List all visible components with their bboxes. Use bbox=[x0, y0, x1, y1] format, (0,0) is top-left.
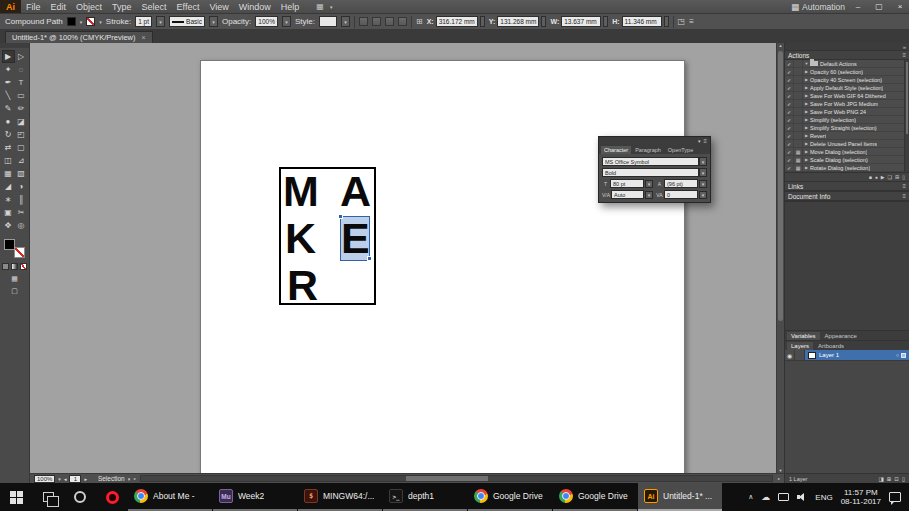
slice-tool[interactable]: ✂ bbox=[15, 206, 28, 219]
onedrive-icon[interactable] bbox=[761, 492, 770, 502]
menu-item[interactable]: Select bbox=[137, 0, 172, 13]
gradient-button[interactable] bbox=[11, 263, 18, 270]
paintbrush-tool[interactable]: ✎ bbox=[2, 102, 15, 115]
action-checkbox[interactable] bbox=[785, 140, 794, 147]
opacity-input[interactable]: 100% bbox=[255, 16, 278, 27]
action-row[interactable]: Save For Web GIF 64 Dithered bbox=[785, 92, 909, 100]
arrange-documents-icon[interactable] bbox=[316, 2, 324, 11]
font-family-select[interactable]: MS Office Symbol bbox=[602, 157, 699, 166]
action-row[interactable]: Opacity 60 (selection) bbox=[785, 68, 909, 76]
chevron-icon[interactable] bbox=[803, 60, 810, 67]
layer-lock-toggle[interactable] bbox=[795, 350, 805, 360]
line-segment-tool[interactable]: ╲ bbox=[2, 89, 15, 102]
font-size-dropdown-icon[interactable] bbox=[645, 180, 653, 188]
chevron-icon[interactable] bbox=[803, 92, 810, 99]
color-button[interactable] bbox=[2, 263, 9, 270]
menu-item[interactable]: Window bbox=[234, 0, 276, 13]
scroll-up-icon[interactable] bbox=[777, 43, 784, 48]
menu-item[interactable]: File bbox=[21, 0, 46, 13]
action-row[interactable]: Default Actions bbox=[785, 60, 909, 68]
panel-menu-icon[interactable] bbox=[902, 183, 906, 189]
cortana-button[interactable] bbox=[64, 483, 96, 511]
fill-stroke-swatches[interactable] bbox=[4, 239, 25, 258]
chevron-icon[interactable] bbox=[803, 148, 810, 155]
new-action-set-icon[interactable] bbox=[888, 174, 892, 180]
stepper-icon[interactable] bbox=[480, 16, 485, 27]
panel-tab[interactable]: OpenType bbox=[665, 146, 696, 154]
action-dialog-toggle[interactable] bbox=[794, 148, 803, 155]
caret-down-icon[interactable] bbox=[330, 4, 333, 10]
none-button[interactable] bbox=[20, 263, 27, 270]
width-tool[interactable]: ⇄ bbox=[2, 141, 15, 154]
taskbar-app-button[interactable]: >_ depth1 bbox=[383, 483, 467, 511]
taskbar-app-button[interactable]: Google Drive bbox=[468, 483, 552, 511]
panel-tab[interactable]: Variables bbox=[787, 332, 820, 340]
status-dropdown-icon[interactable] bbox=[128, 476, 131, 482]
taskbar-app-button[interactable]: Google Drive bbox=[553, 483, 637, 511]
clock[interactable]: 11:57 PM 08-11-2017 bbox=[841, 488, 881, 506]
action-dialog-toggle[interactable] bbox=[794, 68, 803, 75]
action-row[interactable]: Opacity 40 Screen (selection) bbox=[785, 76, 909, 84]
artboard-number-field[interactable]: 1 bbox=[69, 475, 81, 483]
panel-tab[interactable]: Character bbox=[601, 146, 631, 154]
make-clipping-mask-icon[interactable] bbox=[879, 476, 884, 482]
fill-swatch[interactable] bbox=[67, 17, 76, 26]
layer-target-icon[interactable] bbox=[896, 352, 899, 358]
layer-name[interactable]: Layer 1 bbox=[819, 352, 839, 358]
language-indicator[interactable]: ENG bbox=[815, 493, 832, 502]
network-icon[interactable] bbox=[778, 493, 789, 501]
hidden-icons-button[interactable] bbox=[748, 493, 753, 501]
menu-item[interactable]: Effect bbox=[172, 0, 205, 13]
transform-input[interactable]: 11.346 mm bbox=[622, 16, 662, 27]
brush-definition-dropdown[interactable]: Basic bbox=[169, 16, 205, 27]
eraser-tool[interactable]: ◪ bbox=[15, 115, 28, 128]
vertical-scrollbar[interactable] bbox=[776, 43, 784, 473]
new-layer-icon[interactable] bbox=[894, 476, 899, 482]
layer-visibility-icon[interactable] bbox=[785, 350, 795, 360]
action-row[interactable]: Save For Web JPG Medium bbox=[785, 100, 909, 108]
panel-tab[interactable]: Paragraph bbox=[632, 146, 664, 154]
task-view-button[interactable] bbox=[32, 483, 64, 511]
isolate-object-icon[interactable] bbox=[678, 17, 686, 26]
action-row[interactable]: Save For Web PNG 24 bbox=[785, 108, 909, 116]
action-checkbox[interactable] bbox=[785, 132, 794, 139]
action-row[interactable]: Simplify (selection) bbox=[785, 116, 909, 124]
menu-item[interactable]: Edit bbox=[46, 0, 72, 13]
brush-dropdown-button[interactable] bbox=[209, 16, 218, 27]
opacity-dropdown[interactable] bbox=[282, 16, 291, 27]
scroll-down-icon[interactable] bbox=[777, 468, 784, 473]
pencil-tool[interactable]: ✏ bbox=[15, 102, 28, 115]
new-sublayer-icon[interactable] bbox=[887, 476, 892, 482]
taskbar-app-button[interactable]: Ai Untitled-1* ... bbox=[638, 483, 722, 511]
hand-tool[interactable]: ✥ bbox=[2, 219, 15, 232]
drawing-mode-icon[interactable] bbox=[11, 275, 18, 283]
record-icon[interactable] bbox=[875, 174, 878, 180]
stepper-icon[interactable] bbox=[664, 16, 669, 27]
action-checkbox[interactable] bbox=[785, 116, 794, 123]
layer-row[interactable]: Layer 1 bbox=[785, 350, 909, 361]
taskbar-app-button[interactable]: About Me - bbox=[128, 483, 212, 511]
collapse-dock-icon[interactable] bbox=[903, 44, 906, 50]
chevron-icon[interactable] bbox=[803, 116, 810, 123]
volume-icon[interactable] bbox=[797, 492, 807, 502]
action-row[interactable]: Apply Default Style (selection) bbox=[785, 84, 909, 92]
shape-builder-tool[interactable]: ◫ bbox=[2, 154, 15, 167]
transform-input[interactable]: 131.268 mm bbox=[497, 16, 539, 27]
close-button[interactable]: × bbox=[892, 0, 908, 13]
font-family-dropdown-icon[interactable] bbox=[699, 157, 707, 166]
stroke-color-swatch[interactable] bbox=[14, 247, 25, 258]
menu-item[interactable]: Object bbox=[71, 0, 107, 13]
chevron-icon[interactable] bbox=[803, 76, 810, 83]
zoom-tool[interactable]: ◎ bbox=[15, 219, 28, 232]
artboard[interactable]: MAKER bbox=[200, 60, 685, 473]
chevron-icon[interactable] bbox=[803, 100, 810, 107]
lasso-tool[interactable]: ◌ bbox=[15, 63, 28, 76]
style-dropdown[interactable] bbox=[319, 16, 337, 27]
action-dialog-toggle[interactable] bbox=[794, 92, 803, 99]
actions-scroll-thumb[interactable] bbox=[906, 62, 908, 134]
style-dropdown-button[interactable] bbox=[341, 16, 350, 27]
chevron-icon[interactable] bbox=[803, 132, 810, 139]
gradient-tool[interactable]: ▧ bbox=[15, 167, 28, 180]
screen-mode-icon[interactable]: ▢ bbox=[11, 287, 18, 295]
action-checkbox[interactable] bbox=[785, 164, 794, 171]
